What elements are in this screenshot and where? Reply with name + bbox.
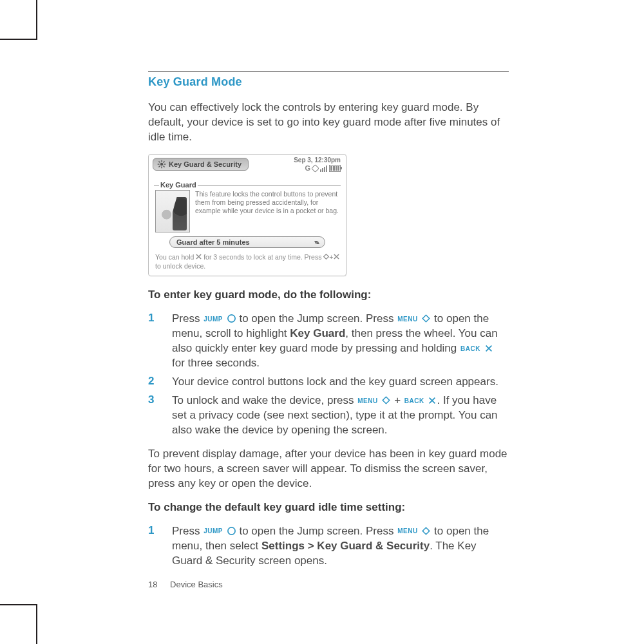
svg-line-8 [158, 166, 160, 167]
svg-point-0 [160, 163, 163, 166]
intro-paragraph: You can effectively lock the controls by… [148, 100, 509, 145]
battery-icon [329, 165, 341, 172]
gear-icon [157, 160, 166, 169]
jump-circle-icon [227, 314, 236, 323]
screenshot-hint: You can hold for 3 seconds to lock at an… [149, 252, 346, 276]
list-item: 3 To unlock and wake the device, press M… [148, 393, 509, 438]
menu-diamond-icon [421, 314, 431, 323]
screenshot-title: Key Guard & Security [169, 160, 242, 168]
section-title: Key Guard Mode [148, 75, 509, 89]
screenshot-statusbar: Sep 3, 12:30pm G [294, 156, 341, 173]
back-key-label: BACK [460, 345, 480, 352]
step-number: 1 [148, 312, 156, 371]
data-icon [311, 164, 319, 173]
menu-diamond-icon [381, 395, 391, 405]
jump-circle-icon [227, 526, 236, 536]
screenshot-header: Key Guard & Security Sep 3, 12:30pm G [149, 155, 346, 178]
menu-key-label: MENU [397, 316, 417, 323]
footer-section-label: Device Basics [170, 580, 223, 589]
guard-interval-label: Guard after 5 minutes [176, 238, 250, 246]
svg-rect-12 [383, 397, 390, 404]
step-number: 2 [148, 375, 156, 390]
heading-change: To change the default key guard idle tim… [148, 500, 509, 515]
screenshot-description: This feature locks the control buttons t… [195, 190, 339, 232]
jump-key-label: JUMP [204, 316, 223, 323]
steps-enter: 1 Press JUMP to open the Jump screen. Pr… [148, 312, 509, 438]
page-content: Key Guard Mode You can effectively lock … [148, 71, 509, 577]
menu-key-label: MENU [397, 527, 417, 535]
svg-point-13 [228, 527, 235, 535]
step-number: 3 [148, 393, 156, 438]
svg-point-10 [228, 315, 235, 322]
back-x-icon [196, 253, 202, 262]
screensaver-paragraph: To prevent display damage, after your de… [148, 447, 509, 491]
back-x-icon [334, 253, 339, 262]
svg-rect-11 [423, 316, 430, 323]
stepper-arrows-icon: ▾▴ [314, 238, 318, 245]
svg-line-6 [163, 166, 164, 167]
list-item: 1 Press JUMP to open the Jump screen. Pr… [148, 524, 509, 569]
guard-interval-selector[interactable]: Guard after 5 minutes ▾▴ [169, 236, 325, 248]
device-screenshot: Key Guard & Security Sep 3, 12:30pm G Ke… [148, 154, 346, 277]
jump-key-label: JUMP [204, 527, 223, 535]
svg-rect-9 [324, 254, 329, 260]
screenshot-group: This feature locks the control buttons t… [154, 185, 341, 248]
screenshot-illustration [155, 190, 190, 232]
page-footer: 18 Device Basics [148, 580, 223, 589]
step-number: 1 [148, 524, 156, 569]
svg-line-7 [163, 161, 164, 162]
menu-key-label: MENU [357, 397, 377, 404]
signal-icon [320, 166, 327, 172]
carrier-icon: G [305, 164, 310, 173]
list-item: 2 Your device control buttons lock and t… [148, 375, 509, 390]
section-rule [148, 71, 509, 71]
svg-line-5 [158, 161, 160, 162]
list-item: 1 Press JUMP to open the Jump screen. Pr… [148, 312, 509, 371]
back-x-icon [484, 344, 493, 353]
heading-enter: To enter key guard mode, do the followin… [148, 288, 509, 303]
menu-diamond-icon [323, 253, 329, 262]
screenshot-datetime: Sep 3, 12:30pm [294, 156, 341, 164]
steps-change: 1 Press JUMP to open the Jump screen. Pr… [148, 524, 509, 569]
menu-diamond-icon [421, 526, 431, 536]
back-x-icon [428, 396, 437, 405]
svg-rect-14 [423, 527, 430, 535]
screenshot-title-tab: Key Guard & Security [153, 158, 249, 171]
back-key-label: BACK [404, 397, 424, 404]
screenshot-group-label: Key Guard [159, 181, 198, 189]
page-number: 18 [148, 580, 157, 589]
